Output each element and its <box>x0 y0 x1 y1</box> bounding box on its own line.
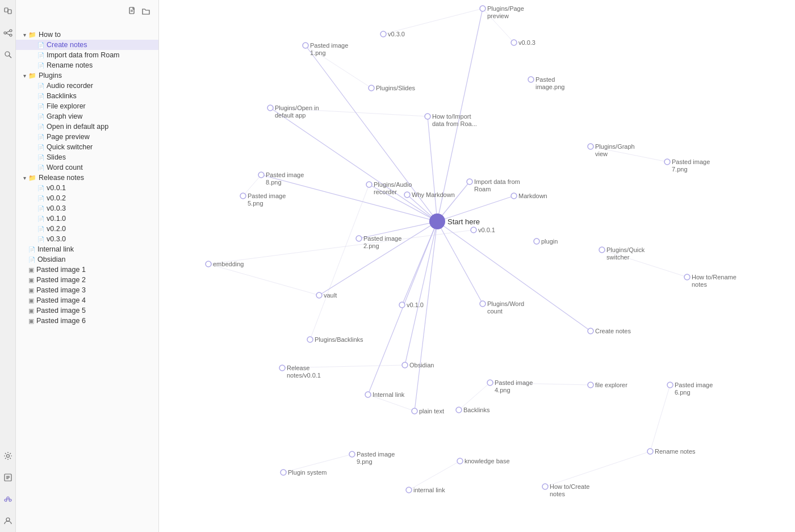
settings-icon[interactable] <box>2 450 14 462</box>
sidebar-item-quick-switcher[interactable]: 📄 Quick switcher <box>16 142 158 152</box>
graph-node-plugin-node[interactable]: plugin <box>534 238 558 245</box>
graph-node-rename-notes-node[interactable]: Rename notes <box>647 448 696 455</box>
community-icon[interactable] <box>2 493 14 505</box>
svg-point-30 <box>425 114 430 119</box>
graph-node-pasted-image-6png[interactable]: Pasted image6.png <box>667 382 713 396</box>
node-label: How to/Create <box>550 483 589 490</box>
files-icon[interactable] <box>2 6 14 17</box>
node-label: notes <box>550 491 565 497</box>
sidebar-item-v001[interactable]: 📄 v0.0.1 <box>16 183 158 193</box>
graph-icon[interactable] <box>2 27 14 39</box>
graph-node-plugins-quick-switcher[interactable]: Plugins/Quickswitcher <box>599 246 645 261</box>
sidebar-item-v030[interactable]: 📄 v0.3.0 <box>16 234 158 244</box>
graph-node-vault-node[interactable]: vault <box>316 292 337 299</box>
graph-node-release-notes-v001[interactable]: Releasenotes/v0.0.1 <box>279 365 321 379</box>
sidebar-item-v010[interactable]: 📄 v0.1.0 <box>16 213 158 224</box>
graph-node-how-to-rename[interactable]: How to/Renamenotes <box>684 274 737 288</box>
account-icon[interactable] <box>2 515 14 526</box>
svg-point-57 <box>647 449 653 454</box>
node-label: file explorer <box>595 382 627 388</box>
graph-node-v003-node[interactable]: v0.0.3 <box>511 39 535 46</box>
svg-point-37 <box>511 193 517 199</box>
node-label: 9.png <box>357 458 373 465</box>
sidebar-item-release-notes[interactable]: ▾ 📁 Release notes <box>16 173 158 183</box>
graph-container[interactable]: Plugins/Pagepreviewv0.3.0v0.0.3Pasted im… <box>159 0 795 532</box>
graph-node-backlinks-node[interactable]: Backlinks <box>456 407 490 413</box>
graph-node-plugins-word-count[interactable]: Plugins/Wordcount <box>480 300 524 315</box>
graph-node-v001-node[interactable]: v0.0.1 <box>471 227 495 233</box>
graph-node-create-notes-node[interactable]: Create notes <box>588 328 631 334</box>
sidebar-item-pasted-image-3[interactable]: ▣ Pasted image 3 <box>16 285 158 295</box>
sidebar-item-pasted-image-2[interactable]: ▣ Pasted image 2 <box>16 275 158 285</box>
sidebar-item-backlinks[interactable]: 📄 Backlinks <box>16 91 158 101</box>
svg-point-63 <box>542 484 548 489</box>
sidebar-item-pasted-image-5[interactable]: ▣ Pasted image 5 <box>16 305 158 316</box>
sidebar-item-open-default-app[interactable]: 📄 Open in default app <box>16 122 158 132</box>
svg-point-41 <box>599 247 605 253</box>
graph-node-pasted-image-1png[interactable]: Pasted image1.png <box>303 42 348 56</box>
graph-node-internal-link-node[interactable]: Internal link <box>365 391 405 398</box>
graph-node-how-to-import[interactable]: How to/Importdata from Roa... <box>425 113 477 127</box>
sidebar-item-internal-link[interactable]: 📄 Internal link <box>16 244 158 254</box>
sidebar-item-audio-recorder[interactable]: 📄 Audio recorder <box>16 81 158 91</box>
node-label: 1.png <box>310 49 326 56</box>
sidebar-item-slides[interactable]: 📄 Slides <box>16 152 158 162</box>
sidebar-item-create-notes[interactable]: 📄 Create notes <box>16 40 158 50</box>
graph-node-obsidian-node[interactable]: Obsidian <box>402 362 434 368</box>
graph-node-plugins-backlinks[interactable]: Plugins/Backlinks <box>307 336 363 343</box>
sidebar-item-graph-view[interactable]: 📄 Graph view <box>16 111 158 122</box>
new-file-button[interactable] <box>128 7 137 18</box>
graph-node-pasted-image-4png[interactable]: Pasted image4.png <box>487 379 533 393</box>
sidebar-item-obsidian[interactable]: 📄 Obsidian <box>16 254 158 265</box>
graph-node-plugin-system[interactable]: Plugin system <box>281 469 327 476</box>
node-label: plain text <box>419 408 444 414</box>
sidebar-item-v002[interactable]: 📄 v0.0.2 <box>16 193 158 203</box>
search-icon[interactable] <box>2 49 14 60</box>
sidebar-item-v020[interactable]: 📄 v0.2.0 <box>16 224 158 234</box>
graph-node-pasted-image-8[interactable]: Pasted image8.png <box>258 171 304 186</box>
graph-node-knowledge-base[interactable]: knowledge base <box>457 458 510 464</box>
sidebar-item-file-explorer[interactable]: 📄 File explorer <box>16 101 158 111</box>
graph-node-how-to-create[interactable]: How to/Createnotes <box>542 483 589 497</box>
graph-node-plugins-page-preview[interactable]: Plugins/Pagepreview <box>480 5 524 19</box>
sidebar-item-pasted-image-1[interactable]: ▣ Pasted image 1 <box>16 265 158 275</box>
graph-node-import-data-roam[interactable]: Import data fromRoam <box>467 178 520 192</box>
file-label: Obsidian <box>37 255 154 263</box>
graph-node-pasted-image-9png[interactable]: Pasted image9.png <box>349 451 395 465</box>
graph-node-plugins-open-default[interactable]: Plugins/Open indefault app <box>267 104 319 119</box>
graph-node-v030-node[interactable]: v0.3.0 <box>380 31 405 37</box>
node-label: How to/Import <box>432 113 471 120</box>
graph-node-pasted-image-png[interactable]: Pastedimage.png <box>528 76 564 90</box>
sidebar-item-rename-notes[interactable]: 📄 Rename notes <box>16 60 158 70</box>
node-label: 2.png <box>363 242 379 249</box>
graph-node-plugins-slides[interactable]: Plugins/Slides <box>369 85 416 91</box>
sidebar-item-word-count[interactable]: 📄 Word count <box>16 162 158 173</box>
node-label: data from Roa... <box>432 120 477 127</box>
graph-node-pasted-image-2png[interactable]: Pasted image2.png <box>356 235 401 249</box>
sidebar-item-v003[interactable]: 📄 v0.0.3 <box>16 203 158 213</box>
graph-node-v010-node[interactable]: v0.1.0 <box>399 301 424 308</box>
graph-node-pasted-image-7[interactable]: Pasted image7.png <box>664 158 710 173</box>
sidebar-item-page-preview[interactable]: 📄 Page preview <box>16 132 158 142</box>
graph-node-plugins-graph-view[interactable]: Plugins/Graphview <box>588 143 635 157</box>
svg-point-59 <box>349 451 355 457</box>
file-icon: 📄 <box>28 246 35 253</box>
sidebar-item-how-to[interactable]: ▾ 📁 How to <box>16 30 158 40</box>
graph-node-internal-link2[interactable]: internal link <box>406 487 445 493</box>
sidebar-item-pasted-image-4[interactable]: ▣ Pasted image 4 <box>16 295 158 305</box>
sidebar-item-import-data[interactable]: 📄 Import data from Roam <box>16 50 158 60</box>
sidebar-item-plugins[interactable]: ▾ 📁 Plugins <box>16 70 158 81</box>
notes-icon[interactable] <box>2 472 14 483</box>
svg-point-3 <box>10 30 12 32</box>
graph-node-markdown-node[interactable]: Markdown <box>511 192 547 199</box>
file-label: Internal link <box>37 245 154 253</box>
sidebar-item-pasted-image-6[interactable]: ▣ Pasted image 6 <box>16 316 158 326</box>
new-folder-button[interactable] <box>141 7 150 18</box>
graph-node-pasted-image-5png[interactable]: Pasted image5.png <box>240 192 286 207</box>
graph-node-file-explorer-node[interactable]: file explorer <box>588 382 627 388</box>
graph-node-embedding-node[interactable]: embedding <box>206 261 244 267</box>
svg-rect-0 <box>5 8 8 12</box>
graph-node-plain-text-node[interactable]: plain text <box>412 408 444 414</box>
svg-point-62 <box>406 487 412 493</box>
graph-node-why-markdown[interactable]: Why Markdown <box>404 191 455 198</box>
